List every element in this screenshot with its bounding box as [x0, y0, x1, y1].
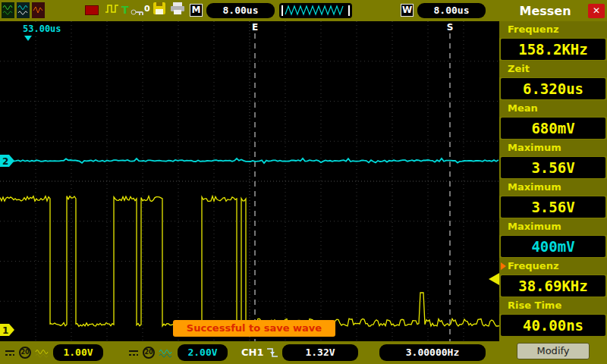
svg-text:2: 2	[2, 156, 8, 167]
svg-text:E: E	[252, 22, 258, 33]
measure-label-mean[interactable]: Mean	[499, 100, 607, 117]
measurement-group: Frequenz 38.69KHz	[499, 258, 607, 297]
trigger-frequency-value: 3.00000Hz	[379, 344, 486, 361]
waveform-preview	[279, 3, 352, 18]
key-lock-icon	[131, 5, 144, 20]
ch2-bandwidth-icon: 20	[143, 347, 155, 359]
measure-value: 40.00ns	[501, 315, 605, 336]
measure-value: 400mV	[501, 236, 605, 257]
measure-label-maximum[interactable]: Maximum	[499, 218, 607, 235]
measure-panel-header: Messen ✕	[499, 0, 607, 21]
measure-label-zeit[interactable]: Zeit	[499, 61, 607, 77]
measurement-group: Maximum 3.56V	[499, 140, 607, 178]
measure-value: 6.320us	[501, 78, 605, 99]
measure-label-frequenz[interactable]: Frequenz	[499, 21, 607, 38]
record-indicator	[85, 5, 99, 15]
measurement-group: Frequenz 158.2KHz	[499, 21, 607, 60]
key-zero-label: 0	[144, 4, 150, 14]
scope-waveforms: ES21	[0, 21, 499, 341]
ch1-coupling-dc-icon	[4, 347, 16, 362]
channel1-display-icon	[2, 2, 14, 21]
measure-value: 680mV	[501, 118, 605, 139]
measurement-group: Zeit 6.320us	[499, 61, 607, 99]
window-timebase-badge: W	[401, 4, 414, 17]
measure-panel: Messen ✕ Frequenz 158.2KHz Zeit 6.320us …	[499, 0, 607, 364]
pulse-mode-icon	[105, 2, 120, 19]
measurement-group: Maximum 400mV	[499, 218, 607, 257]
delta-marker-icon	[24, 36, 32, 41]
measure-label-rise-time[interactable]: Rise Time	[499, 297, 607, 314]
trigger-level-arrow	[489, 273, 499, 285]
trigger-status-icon: T	[121, 4, 129, 16]
main-timebase-value[interactable]: 8.00us	[206, 3, 275, 18]
measurement-group: Maximum 3.56V	[499, 179, 607, 218]
ch2-scale-value[interactable]: 2.00V	[178, 344, 228, 361]
measure-value: 38.69KHz	[501, 275, 605, 297]
ch2-coupling-dc-icon	[127, 347, 140, 362]
trigger-source-label: CH1	[241, 347, 263, 358]
top-status-bar: T 0 M 8.00us W 8.00us	[0, 0, 499, 21]
ch1-bandwidth-icon: 20	[19, 347, 31, 359]
window-timebase-value[interactable]: 8.00us	[417, 3, 486, 18]
ch1-scale-value[interactable]: 1.00V	[53, 344, 103, 361]
svg-text:S: S	[447, 22, 454, 33]
measure-value: 158.2KHz	[501, 39, 605, 60]
modify-button[interactable]: Modify	[517, 343, 590, 359]
main-timebase-badge: M	[190, 4, 203, 17]
panel-title: Messen	[499, 4, 588, 18]
save-success-toast: Successful to save wave	[173, 320, 335, 337]
falling-edge-icon	[266, 347, 279, 362]
svg-text:1: 1	[2, 325, 8, 336]
measure-value: 3.56V	[501, 157, 605, 178]
save-icon[interactable]	[153, 2, 166, 18]
ch2-invert-waves-icon	[159, 347, 172, 362]
delta-time-readout: 53.00us	[18, 23, 66, 35]
ch1-invert-waves-icon	[35, 347, 49, 362]
measure-label-maximum[interactable]: Maximum	[499, 179, 607, 196]
record-display-icon	[32, 2, 45, 21]
close-icon[interactable]: ✕	[588, 4, 605, 18]
trigger-level-value[interactable]: 1.32V	[282, 344, 358, 361]
measure-label-maximum[interactable]: Maximum	[499, 140, 607, 156]
measurement-group: Mean 680mV	[499, 100, 607, 139]
measure-label-frequenz[interactable]: Frequenz	[499, 258, 607, 275]
selected-measure-arrow	[501, 262, 506, 270]
channel2-display-icon	[17, 2, 30, 21]
bottom-status-bar: 20 1.00V 20 2.00V CH1 1.32V 3.00000Hz	[0, 341, 499, 364]
scope-display-area: ES21 53.00us Successful to save wave	[0, 21, 499, 341]
print-icon[interactable]	[170, 2, 185, 18]
measure-value: 3.56V	[501, 196, 605, 218]
measurement-group: Rise Time 40.00ns	[499, 297, 607, 336]
